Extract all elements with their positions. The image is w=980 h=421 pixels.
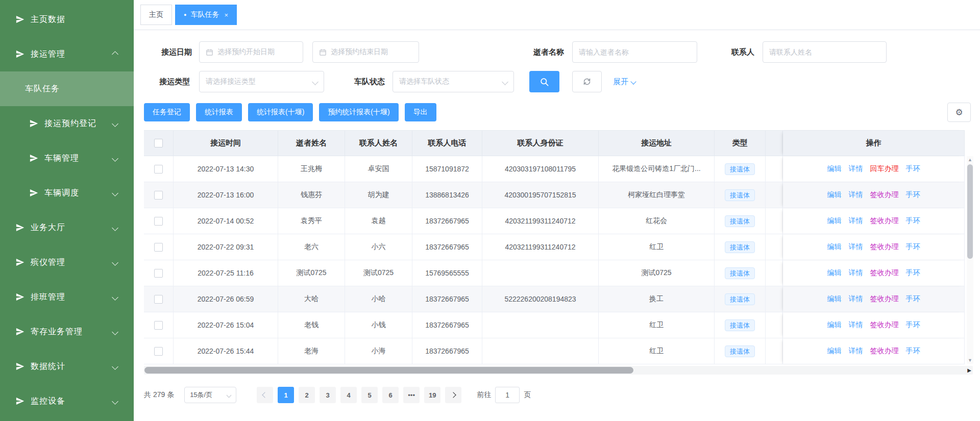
action-sign-process[interactable]: 签收办理: [870, 268, 899, 278]
prev-page-button[interactable]: [257, 387, 273, 403]
action-sign-process[interactable]: 签收办理: [870, 346, 899, 356]
tab-fleet-tasks[interactable]: ●车队任务×: [175, 5, 237, 25]
row-checkbox[interactable]: [154, 243, 163, 252]
page-button-19[interactable]: 19: [424, 387, 440, 403]
contact-phone-cell: 15769565555: [412, 260, 482, 286]
select-all-checkbox[interactable]: [154, 139, 163, 147]
row-checkbox[interactable]: [154, 191, 163, 200]
search-button[interactable]: [529, 71, 559, 92]
page-button-4[interactable]: 4: [340, 387, 357, 403]
sidebar-item-fleet-tasks[interactable]: 车队任务: [0, 71, 134, 106]
action-detail[interactable]: 详情: [849, 242, 863, 252]
vertical-scrollbar[interactable]: ▲ ▼: [967, 156, 973, 364]
action-detail[interactable]: 详情: [849, 216, 863, 226]
action-return-process[interactable]: 回车办理: [870, 164, 899, 174]
action-wristband[interactable]: 手环: [906, 164, 920, 174]
page-size-select[interactable]: 15条/页: [184, 387, 236, 403]
horizontal-scrollbar-thumb[interactable]: [144, 367, 633, 374]
row-checkbox[interactable]: [154, 165, 163, 174]
sidebar-item-storage-mgmt[interactable]: 寄存业务管理: [0, 314, 134, 349]
sidebar-item-home-data[interactable]: 主页数据: [0, 2, 134, 37]
action-edit[interactable]: 编辑: [827, 268, 842, 278]
page-button-5[interactable]: 5: [361, 387, 378, 403]
action-edit[interactable]: 编辑: [827, 346, 842, 356]
action-wristband[interactable]: 手环: [906, 346, 920, 356]
action-wristband[interactable]: 手环: [906, 216, 920, 226]
sidebar-item-transfer-booking[interactable]: 接运预约登记: [0, 106, 134, 141]
sidebar-item-vehicle-dispatch[interactable]: 车辆调度: [0, 176, 134, 210]
action-edit[interactable]: 编辑: [827, 164, 842, 174]
next-page-button[interactable]: [445, 387, 461, 403]
action-sign-process[interactable]: 签收办理: [870, 190, 899, 200]
page-button-6[interactable]: 6: [382, 387, 399, 403]
action-detail[interactable]: 详情: [849, 268, 863, 278]
action-sign-process[interactable]: 签收办理: [870, 294, 899, 304]
action-wristband[interactable]: 手环: [906, 320, 920, 330]
action-sign-process[interactable]: 签收办理: [870, 216, 899, 226]
action-detail[interactable]: 详情: [849, 294, 863, 304]
horizontal-scrollbar[interactable]: ▶: [144, 366, 973, 375]
col-header-label: 操作: [866, 138, 881, 148]
date-start-input[interactable]: 选择预约开始日期: [199, 41, 303, 63]
expand-toggle[interactable]: 展开: [613, 77, 635, 87]
action-sign-process[interactable]: 签收办理: [870, 320, 899, 330]
row-checkbox[interactable]: [154, 347, 163, 356]
sidebar-item-label: 监控设备: [31, 396, 65, 407]
sidebar-item-data-stats[interactable]: 数据统计: [0, 349, 134, 384]
pickup-type-select[interactable]: 请选择接运类型: [199, 71, 324, 92]
sidebar-item-monitoring[interactable]: 监控设备: [0, 384, 134, 418]
sidebar-item-funeral-mgmt[interactable]: 殡仪管理: [0, 245, 134, 280]
booking-stats-report-shiyan-button[interactable]: 预约统计报表(十堰): [319, 103, 398, 121]
pickup-time-cell: 2022-07-25 11:16: [174, 260, 278, 286]
action-detail[interactable]: 详情: [849, 190, 863, 200]
action-wristband[interactable]: 手环: [906, 268, 920, 278]
gear-icon: ⚙: [955, 107, 963, 118]
stats-report-shiyan-button[interactable]: 统计报表(十堰): [248, 103, 313, 121]
deceased-name-input[interactable]: [572, 41, 697, 63]
scroll-up-icon[interactable]: ▲: [968, 156, 972, 163]
refresh-button[interactable]: [572, 71, 602, 92]
action-wristband[interactable]: 手环: [906, 190, 920, 200]
sidebar-item-transfer-mgmt[interactable]: 接运管理: [0, 37, 134, 71]
export-button[interactable]: 导出: [405, 103, 436, 121]
contact-label: 联系人: [731, 47, 754, 57]
deceased-name-cell: 钱惠芬: [278, 182, 345, 208]
page-button-3[interactable]: 3: [320, 387, 336, 403]
action-edit[interactable]: 编辑: [827, 216, 842, 226]
row-checkbox[interactable]: [154, 295, 163, 304]
contact-input[interactable]: [763, 41, 887, 63]
action-edit[interactable]: 编辑: [827, 242, 842, 252]
row-checkbox[interactable]: [154, 321, 163, 330]
action-wristband[interactable]: 手环: [906, 242, 920, 252]
page-button-1[interactable]: 1: [278, 387, 294, 403]
close-icon[interactable]: ×: [224, 11, 228, 19]
action-detail[interactable]: 详情: [849, 346, 863, 356]
action-edit[interactable]: 编辑: [827, 320, 842, 330]
action-edit[interactable]: 编辑: [827, 294, 842, 304]
action-sign-process[interactable]: 签收办理: [870, 242, 899, 252]
action-edit[interactable]: 编辑: [827, 190, 842, 200]
sidebar-item-shift-mgmt[interactable]: 排班管理: [0, 280, 134, 314]
action-detail[interactable]: 详情: [849, 320, 863, 330]
sidebar-item-business-hall[interactable]: 业务大厅: [0, 210, 134, 245]
row-checkbox[interactable]: [154, 217, 163, 226]
table-settings-button[interactable]: ⚙: [947, 103, 971, 122]
col-header: 联系人电话: [412, 131, 482, 156]
fleet-status-select[interactable]: 请选择车队状态: [393, 71, 514, 92]
sidebar-item-vehicle-mgmt[interactable]: 车辆管理: [0, 141, 134, 176]
sidebar: 主页数据接运管理车队任务接运预约登记车辆管理车辆调度业务大厅殡仪管理排班管理寄存…: [0, 0, 134, 421]
goto-page-input[interactable]: [495, 387, 520, 403]
pager-more[interactable]: •••: [403, 387, 420, 403]
row-checkbox[interactable]: [154, 269, 163, 278]
stats-report-button[interactable]: 统计报表: [196, 103, 242, 121]
scroll-down-icon[interactable]: ▼: [968, 357, 972, 364]
date-end-input[interactable]: 选择预约结束日期: [312, 41, 419, 63]
spacer-cell: [766, 286, 783, 312]
action-wristband[interactable]: 手环: [906, 294, 920, 304]
tab-home[interactable]: 主页: [140, 5, 172, 25]
vertical-scrollbar-thumb[interactable]: [967, 164, 973, 259]
scroll-right-icon[interactable]: ▶: [967, 368, 971, 373]
page-button-2[interactable]: 2: [299, 387, 315, 403]
task-register-button[interactable]: 任务登记: [144, 103, 190, 121]
action-detail[interactable]: 详情: [849, 164, 863, 174]
